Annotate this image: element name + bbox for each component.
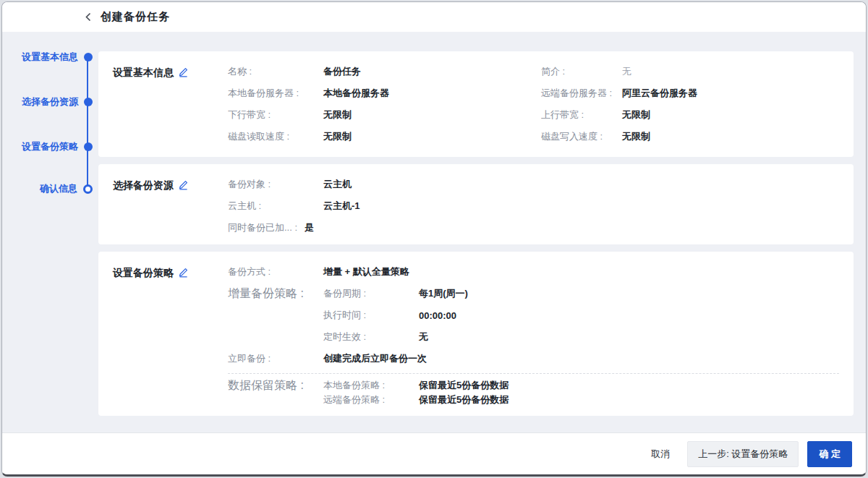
field-value: 备份任务: [323, 65, 361, 78]
field-row-incremental-policy: 增量备份策略 : 备份周期 : 每1周(周一) 执行时间 : 00:00:00: [228, 283, 854, 348]
field-value: 本地备份服务器: [323, 87, 389, 100]
field-row: 磁盘写入速度 : 无限制: [541, 126, 854, 148]
field-value: 云主机-1: [323, 200, 360, 213]
field-label: 磁盘写入速度 :: [541, 130, 622, 143]
step-label: 设置备份策略: [22, 140, 78, 153]
field-row: 执行时间 : 00:00:00: [323, 304, 854, 326]
section-head: 设置基本信息: [98, 51, 228, 157]
field-value: 无: [622, 65, 631, 78]
section-title: 设置备份策略: [113, 265, 174, 280]
field-value: 创建完成后立即备份一次: [323, 352, 427, 365]
field-row: 本地备份服务器 : 本地备份服务器: [228, 82, 541, 104]
field-row: 备份对象 : 云主机: [228, 174, 854, 195]
wizard-stepper: 设置基本信息 选择备份资源 设置备份策略 确认信息: [2, 32, 98, 432]
field-row: 云主机 : 云主机-1: [228, 195, 854, 217]
field-value: 无限制: [622, 130, 650, 143]
prev-step-button[interactable]: 上一步: 设置备份策略: [687, 441, 799, 467]
field-value: 00:00:00: [419, 310, 456, 321]
page-title: 创建备份任务: [101, 10, 170, 24]
cancel-button[interactable]: 取消: [642, 442, 678, 466]
field-value: 每1周(周一): [419, 287, 468, 300]
footer-action-bar: 取消 上一步: 设置备份策略 确 定: [2, 432, 866, 474]
stepper-step-confirm-info: 确认信息: [2, 181, 98, 197]
stepper-line: [87, 57, 88, 189]
field-row: 名称 : 备份任务: [228, 61, 541, 82]
field-row: 本地备份策略 : 保留最近5份备份数据: [323, 378, 854, 393]
step-dot-filled-icon: [84, 53, 93, 61]
fields-column-right: 简介 : 无 远端备份服务器 : 阿里云备份服务器 上行带宽 : 无限制 磁: [541, 61, 854, 157]
field-label: 备份对象 :: [228, 178, 323, 191]
field-value: 无限制: [323, 130, 352, 143]
field-label: 远端备份服务器 :: [541, 87, 622, 100]
section-card-select-resource: 选择备份资源 备份对象 : 云主机 云主机 : 云主机-1 同时: [98, 164, 854, 244]
confirm-button[interactable]: 确 定: [807, 441, 852, 467]
step-label: 确认信息: [40, 182, 77, 195]
stepper-step-select-resource: 选择备份资源: [2, 94, 98, 110]
field-label: 备份方式 :: [228, 265, 323, 278]
content-area: 设置基本信息 选择备份资源 设置备份策略 确认信息 设置基本信息: [2, 32, 866, 432]
section-card-backup-policy: 设置备份策略 备份方式 : 增量 + 默认全量策略 增量备份策略 :: [98, 252, 854, 416]
field-label: 数据保留策略 :: [228, 378, 323, 393]
field-row: 简介 : 无: [541, 61, 854, 82]
field-row: 下行带宽 : 无限制: [228, 104, 541, 126]
field-label: 磁盘读取速度 :: [228, 130, 323, 143]
chevron-left-icon: [85, 12, 92, 22]
section-head: 设置备份策略: [98, 252, 228, 416]
field-label: 立即备份 :: [228, 352, 323, 365]
edit-icon[interactable]: [179, 67, 188, 79]
field-label: 增量备份策略 :: [228, 283, 323, 304]
field-value: 保留最近5份备份数据: [419, 379, 509, 392]
field-value: 增量 + 默认全量策略: [323, 265, 409, 278]
field-label: 本地备份策略 :: [323, 379, 419, 392]
field-row: 远端备份策略 : 保留最近5份备份数据: [323, 393, 854, 407]
edit-icon[interactable]: [179, 268, 188, 279]
field-value: 阿里云备份服务器: [622, 87, 697, 100]
section-body: 备份对象 : 云主机 云主机 : 云主机-1 同时备份已加... : 是: [228, 164, 854, 244]
section-title: 选择备份资源: [113, 178, 174, 192]
step-label: 设置基本信息: [22, 51, 78, 64]
field-label: 远端备份策略 :: [323, 393, 419, 406]
field-label: 简介 :: [541, 65, 622, 78]
field-value: 无限制: [323, 108, 352, 121]
dashed-divider: [228, 373, 839, 374]
cards-container: 设置基本信息 名称 : 备份任务 本地备份服务器 : 本地备份服务器: [98, 32, 866, 432]
field-row: 同时备份已加... : 是: [228, 217, 854, 239]
step-dot-filled-icon: [84, 142, 93, 151]
field-row-retention-policy: 数据保留策略 : 本地备份策略 : 保留最近5份备份数据 远端备份策略 : 保留…: [228, 378, 854, 407]
section-head: 选择备份资源: [98, 164, 228, 244]
section-body: 名称 : 备份任务 本地备份服务器 : 本地备份服务器 下行带宽 : 无限制: [228, 51, 854, 157]
field-value: 是: [305, 221, 314, 234]
field-row: 磁盘读取速度 : 无限制: [228, 126, 541, 148]
field-label: 上行带宽 :: [541, 108, 622, 121]
field-value: 保留最近5份备份数据: [419, 393, 509, 406]
field-row: 远端备份服务器 : 阿里云备份服务器: [541, 82, 854, 104]
field-label: 下行带宽 :: [228, 108, 323, 121]
stepper-step-backup-policy: 设置备份策略: [2, 139, 98, 155]
step-dot-hollow-icon: [83, 184, 93, 194]
field-value: 无: [419, 330, 428, 343]
sub-fields: 本地备份策略 : 保留最近5份备份数据 远端备份策略 : 保留最近5份备份数据: [323, 378, 854, 407]
field-value: 无限制: [622, 108, 650, 121]
edit-icon[interactable]: [179, 180, 188, 192]
field-row: 备份周期 : 每1周(周一): [323, 283, 854, 304]
field-label: 名称 :: [228, 65, 323, 78]
sub-fields: 备份周期 : 每1周(周一) 执行时间 : 00:00:00 定时生效 : 无: [323, 283, 854, 348]
field-row: 立即备份 : 创建完成后立即备份一次: [228, 348, 854, 370]
field-label: 备份周期 :: [323, 287, 419, 300]
field-label: 同时备份已加... :: [228, 221, 297, 234]
field-row: 备份方式 : 增量 + 默认全量策略: [228, 261, 854, 283]
step-dot-filled-icon: [84, 98, 93, 106]
field-label: 执行时间 :: [323, 309, 419, 322]
window-frame: 创建备份任务 设置基本信息 选择备份资源 设置备份策略 确认信息: [1, 1, 867, 477]
field-value: 云主机: [323, 178, 352, 191]
field-row: 上行带宽 : 无限制: [541, 104, 854, 126]
field-label: 本地备份服务器 :: [228, 87, 323, 100]
field-row: 定时生效 : 无: [323, 326, 854, 348]
back-button[interactable]: [82, 11, 95, 23]
step-label: 选择备份资源: [22, 95, 78, 108]
fields-column-left: 名称 : 备份任务 本地备份服务器 : 本地备份服务器 下行带宽 : 无限制: [228, 61, 541, 157]
section-body: 备份方式 : 增量 + 默认全量策略 增量备份策略 : 备份周期 : 每1周(周…: [228, 252, 854, 416]
page-header: 创建备份任务: [2, 2, 866, 32]
field-label: 云主机 :: [228, 200, 323, 213]
field-label: 定时生效 :: [323, 330, 419, 343]
